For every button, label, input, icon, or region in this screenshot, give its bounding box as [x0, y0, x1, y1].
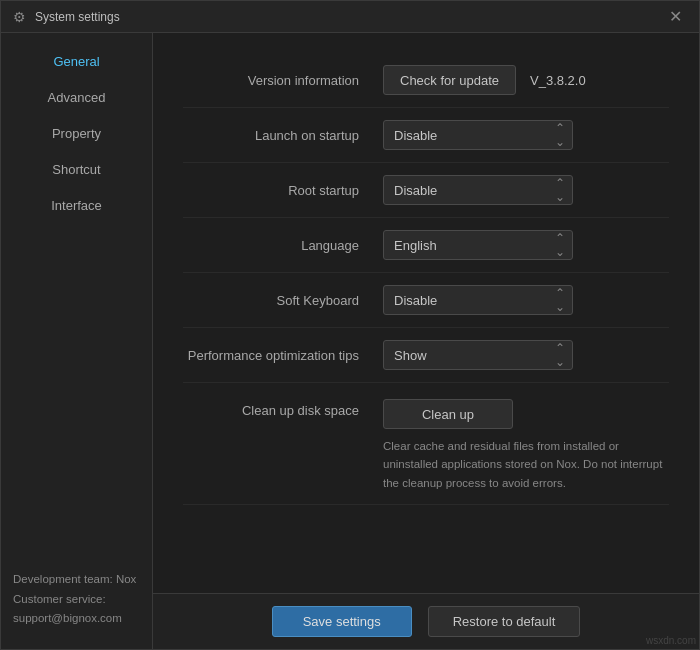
- soft-keyboard-control: Disable Enable ⌃⌄: [383, 285, 669, 315]
- main-panel: Version information Check for update V_3…: [153, 33, 699, 649]
- setting-row-perf-tips: Performance optimization tips Show Hide …: [183, 328, 669, 383]
- cleanup-control: Clean up Clear cache and residual files …: [383, 399, 669, 492]
- sidebar-footer: Development team: Nox Customer service: …: [1, 554, 152, 649]
- gear-icon: ⚙: [11, 9, 27, 25]
- perf-tips-control: Show Hide ⌃⌄: [383, 340, 669, 370]
- window-title: System settings: [35, 10, 661, 24]
- launch-startup-label: Launch on startup: [183, 128, 383, 143]
- setting-row-cleanup: Clean up disk space Clean up Clear cache…: [183, 383, 669, 505]
- language-select[interactable]: English Chinese Japanese Korean: [383, 230, 573, 260]
- sidebar-item-property[interactable]: Property: [1, 115, 152, 151]
- version-text: V_3.8.2.0: [530, 73, 586, 88]
- version-label: Version information: [183, 73, 383, 88]
- perf-tips-label: Performance optimization tips: [183, 348, 383, 363]
- bottom-toolbar: Save settings Restore to default: [153, 593, 699, 649]
- setting-row-version: Version information Check for update V_3…: [183, 53, 669, 108]
- root-startup-control: Disable Enable ⌃⌄: [383, 175, 669, 205]
- soft-keyboard-label: Soft Keyboard: [183, 293, 383, 308]
- launch-startup-control: Disable Enable ⌃⌄: [383, 120, 669, 150]
- perf-tips-select[interactable]: Show Hide: [383, 340, 573, 370]
- setting-row-language: Language English Chinese Japanese Korean…: [183, 218, 669, 273]
- cleanup-description: Clear cache and residual files from inst…: [383, 437, 669, 492]
- sidebar-item-interface[interactable]: Interface: [1, 187, 152, 223]
- cleanup-button[interactable]: Clean up: [383, 399, 513, 429]
- sidebar-item-shortcut[interactable]: Shortcut: [1, 151, 152, 187]
- support-email: support@bignox.com: [13, 609, 140, 629]
- root-startup-label: Root startup: [183, 183, 383, 198]
- dev-team-label: Development team: Nox: [13, 570, 140, 590]
- close-button[interactable]: ✕: [661, 3, 689, 31]
- check-update-button[interactable]: Check for update: [383, 65, 516, 95]
- sidebar-item-general[interactable]: General: [1, 43, 152, 79]
- launch-startup-select[interactable]: Disable Enable: [383, 120, 573, 150]
- language-control: English Chinese Japanese Korean ⌃⌄: [383, 230, 669, 260]
- content-area: General Advanced Property Shortcut Inter…: [1, 33, 699, 649]
- version-control: Check for update V_3.8.2.0: [383, 65, 669, 95]
- system-settings-window: ⚙ System settings ✕ General Advanced Pro…: [0, 0, 700, 650]
- sidebar-item-advanced[interactable]: Advanced: [1, 79, 152, 115]
- customer-service-label: Customer service:: [13, 590, 140, 610]
- sidebar-nav: General Advanced Property Shortcut Inter…: [1, 33, 152, 554]
- save-settings-button[interactable]: Save settings: [272, 606, 412, 637]
- sidebar: General Advanced Property Shortcut Inter…: [1, 33, 153, 649]
- soft-keyboard-select[interactable]: Disable Enable: [383, 285, 573, 315]
- language-label: Language: [183, 238, 383, 253]
- title-bar: ⚙ System settings ✕: [1, 1, 699, 33]
- setting-row-root-startup: Root startup Disable Enable ⌃⌄: [183, 163, 669, 218]
- restore-default-button[interactable]: Restore to default: [428, 606, 581, 637]
- cleanup-label: Clean up disk space: [183, 399, 383, 418]
- setting-row-soft-keyboard: Soft Keyboard Disable Enable ⌃⌄: [183, 273, 669, 328]
- setting-row-launch-startup: Launch on startup Disable Enable ⌃⌄: [183, 108, 669, 163]
- settings-scroll[interactable]: Version information Check for update V_3…: [153, 33, 699, 593]
- root-startup-select[interactable]: Disable Enable: [383, 175, 573, 205]
